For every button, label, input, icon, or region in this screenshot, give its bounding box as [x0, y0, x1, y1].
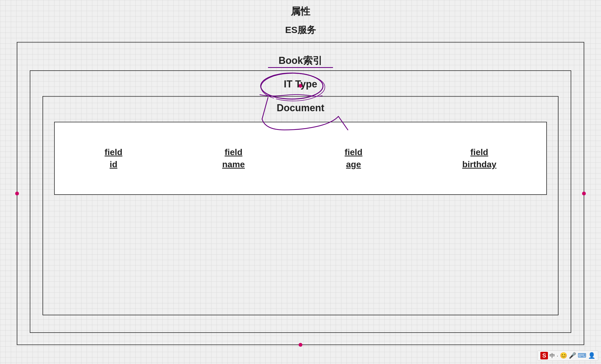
field-birthday-value: birthday	[462, 159, 496, 169]
field-birthday: field birthday	[462, 147, 496, 169]
es-service-label: ES服务	[285, 24, 316, 36]
field-id: field id	[104, 147, 122, 169]
field-age-label: field	[345, 147, 362, 157]
mic-icon[interactable]: 🎤	[569, 352, 576, 359]
taskbar: S 中 · 😊 🎤 ⌨ 👤	[537, 350, 598, 361]
fields-box: field id field name field age field birt…	[54, 122, 547, 195]
field-id-value: id	[110, 159, 117, 169]
connector-dot-bottom	[299, 343, 302, 347]
book-index-underline	[268, 67, 333, 68]
field-age-value: age	[346, 159, 361, 169]
keyboard-icon[interactable]: ⌨	[578, 352, 586, 359]
it-type-label: IT Type	[284, 78, 317, 90]
dot-label: ·	[557, 353, 558, 359]
field-name-value: name	[222, 159, 245, 169]
canvas-area: 属性 ES服务 Book索引 IT Type Document field id…	[0, 0, 601, 364]
field-name: field name	[222, 147, 245, 169]
connector-dot-left	[15, 192, 19, 195]
field-name-label: field	[225, 147, 243, 157]
zh-label[interactable]: 中	[550, 352, 555, 359]
person-icon[interactable]: 👤	[588, 352, 595, 359]
field-birthday-label: field	[471, 147, 488, 157]
page-title: 属性	[291, 5, 310, 18]
book-index-label: Book索引	[279, 54, 322, 67]
connector-dot-right	[582, 192, 586, 195]
sougou-icon: S	[540, 352, 548, 359]
emoji-icon[interactable]: 😊	[560, 352, 567, 359]
field-id-label: field	[104, 147, 122, 157]
field-age: field age	[345, 147, 362, 169]
